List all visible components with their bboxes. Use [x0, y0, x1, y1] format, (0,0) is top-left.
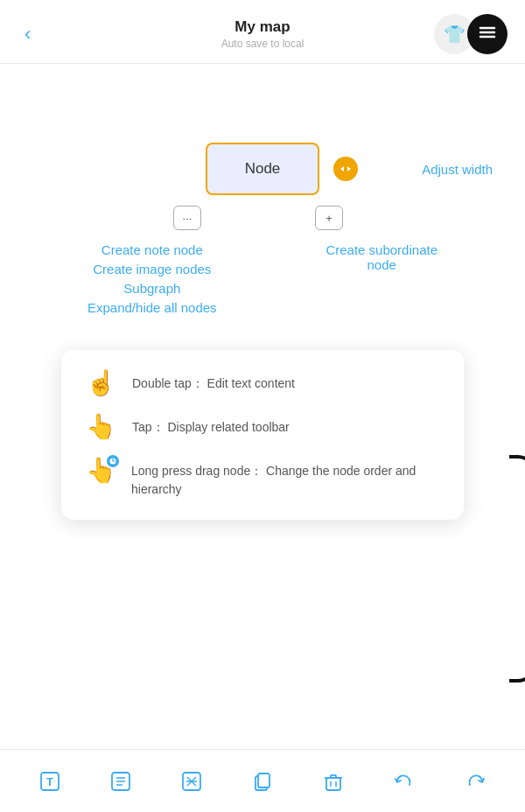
links-left: Create note node Create image nodes Subg… — [88, 242, 217, 315]
tap-icon: 👆 — [86, 415, 116, 439]
links-section: Create note node Create image nodes Subg… — [35, 242, 490, 315]
double-tap-text: Double tap： Edit text content — [132, 371, 295, 393]
menu-icon — [478, 23, 497, 46]
tooltip-item-long-press: 👆 Long press drag node： Change the node … — [86, 458, 439, 499]
tooltip-item-tap: 👆 Tap： Display related toolbar — [86, 415, 439, 439]
long-press-text: Long press drag node： Change the node or… — [131, 458, 439, 499]
tooltip-item-double-tap: ☝️ Double tap： Edit text content — [86, 371, 439, 396]
bottom-toolbar: T — [0, 749, 525, 812]
plus-icon: + — [326, 212, 332, 225]
header: ‹ My map Auto save to local 👕 — [0, 0, 525, 64]
shirt-icon: 👕 — [444, 24, 466, 45]
cut-button[interactable] — [172, 762, 211, 801]
svg-rect-16 — [326, 778, 340, 790]
subgraph-link[interactable]: Subgraph — [123, 281, 180, 296]
back-button[interactable]: ‹ — [18, 19, 38, 49]
create-subordinate-link[interactable]: Create subordinatenode — [326, 242, 438, 272]
links-right: Create subordinatenode — [326, 242, 438, 315]
action-buttons-row: ··· + — [35, 206, 490, 230]
copy-button[interactable] — [243, 762, 282, 801]
redo-button[interactable] — [456, 762, 494, 801]
adjust-width-handle[interactable] — [333, 157, 358, 181]
expand-hide-link[interactable]: Expand/hide all nodes — [88, 300, 217, 315]
more-options-button[interactable]: ··· — [173, 206, 201, 230]
tap-text: Tap： Display related toolbar — [132, 415, 290, 437]
main-content: Node Adjust width ··· + Create n — [0, 64, 525, 520]
list-button[interactable] — [102, 762, 140, 801]
page-title: My map — [221, 18, 304, 36]
node-box[interactable]: Node Adjust width — [206, 143, 319, 195]
text-format-button[interactable]: T — [31, 762, 69, 801]
header-actions: 👕 — [434, 14, 508, 54]
page-subtitle: Auto save to local — [221, 38, 304, 50]
node-label: Node — [245, 160, 281, 178]
header-title-wrap: My map Auto save to local — [221, 18, 304, 50]
undo-button[interactable] — [385, 762, 424, 801]
svg-text:T: T — [46, 775, 53, 788]
create-note-node-link[interactable]: Create note node — [102, 242, 203, 257]
add-node-button[interactable]: + — [315, 206, 343, 230]
long-press-icon: 👆 — [86, 458, 116, 483]
delete-button[interactable] — [314, 762, 353, 801]
create-image-nodes-link[interactable]: Create image nodes — [93, 262, 211, 276]
svg-rect-15 — [258, 774, 270, 788]
double-tap-icon: ☝️ — [86, 371, 116, 396]
bracket-decoration — [509, 455, 525, 682]
adjust-width-label: Adjust width — [422, 162, 493, 177]
tooltip-card: ☝️ Double tap： Edit text content 👆 Tap： … — [61, 350, 464, 520]
more-dots-icon: ··· — [183, 212, 192, 225]
menu-icon-button[interactable] — [467, 14, 508, 54]
node-area: Node Adjust width — [35, 143, 490, 195]
